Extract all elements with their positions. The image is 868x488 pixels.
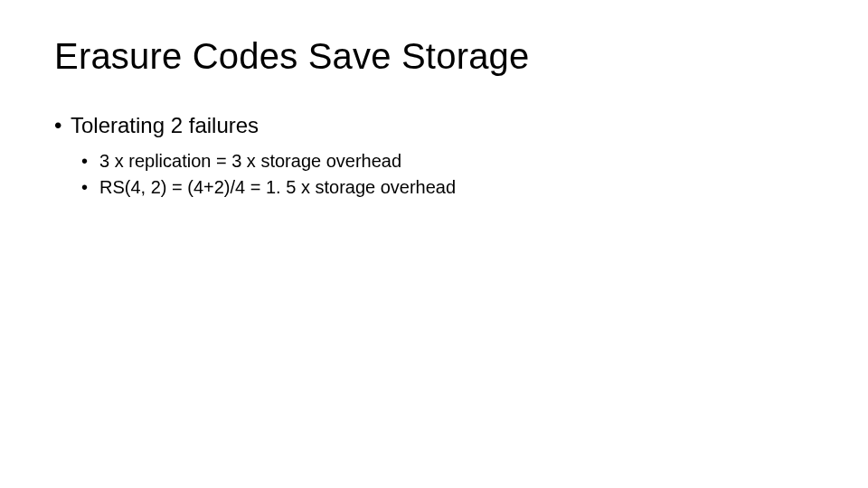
bullet-level1-text: Tolerating 2 failures bbox=[71, 113, 259, 137]
bullet-level2-text: RS(4, 2) = (4+2)/4 = 1. 5 x storage over… bbox=[99, 177, 456, 197]
bullet-level2-text: 3 x replication = 3 x storage overhead bbox=[99, 151, 401, 171]
slide-title: Erasure Codes Save Storage bbox=[54, 36, 814, 77]
slide: Erasure Codes Save Storage Tolerating 2 … bbox=[0, 0, 868, 488]
bullet-level2: 3 x replication = 3 x storage overhead bbox=[81, 151, 814, 172]
bullet-level2: RS(4, 2) = (4+2)/4 = 1. 5 x storage over… bbox=[81, 177, 814, 198]
bullet-level1: Tolerating 2 failures bbox=[54, 113, 814, 138]
